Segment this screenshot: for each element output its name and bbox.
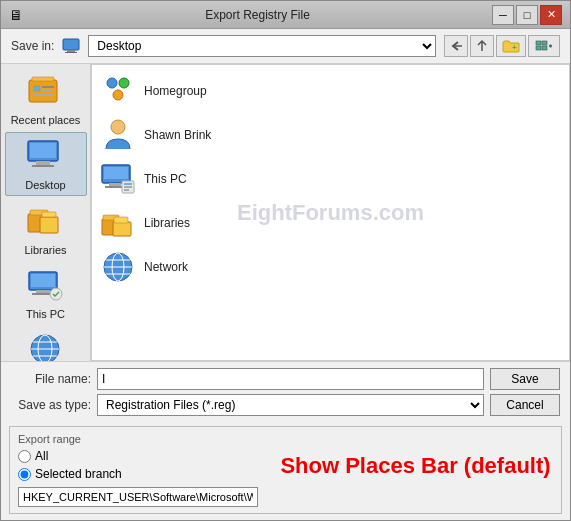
libraries-icon xyxy=(26,202,66,242)
all-radio[interactable] xyxy=(18,450,31,463)
sidebar-item-thispc[interactable]: This PC xyxy=(5,262,87,324)
svg-rect-9 xyxy=(32,77,54,81)
libraries-icon-svg xyxy=(26,202,66,242)
svg-rect-38 xyxy=(109,183,121,186)
show-places-label: Show Places Bar (default) xyxy=(280,449,550,481)
network-file-icon-svg xyxy=(100,249,136,285)
selected-radio-label: Selected branch xyxy=(35,467,122,481)
back-icon xyxy=(449,39,463,53)
desktop-icon xyxy=(26,137,66,177)
thispc-file-icon xyxy=(100,161,136,197)
maximize-button[interactable]: □ xyxy=(516,5,538,25)
network-icon xyxy=(26,330,66,361)
all-radio-row: All xyxy=(18,449,258,463)
sidebar-item-desktop[interactable]: Desktop xyxy=(5,132,87,196)
recent-places-icon xyxy=(26,72,66,112)
svg-point-34 xyxy=(113,90,123,100)
user-icon xyxy=(100,117,136,153)
network-file-icon xyxy=(100,249,136,285)
toolbar: Save in: Desktop xyxy=(1,29,570,63)
minimize-button[interactable]: ─ xyxy=(492,5,514,25)
export-range-box: Export range All Selected branch Show Pl… xyxy=(9,426,562,514)
recent-icon-svg xyxy=(26,72,66,112)
user-icon-svg xyxy=(100,117,136,153)
filetype-dropdown[interactable]: Registration Files (*.reg) xyxy=(97,394,484,416)
svg-rect-17 xyxy=(32,165,54,167)
back-button[interactable] xyxy=(444,35,468,57)
libraries-file-icon xyxy=(100,205,136,241)
sidebar-item-network[interactable]: Network xyxy=(5,326,87,361)
svg-rect-13 xyxy=(34,94,54,96)
list-item[interactable]: Libraries xyxy=(92,201,569,245)
export-registry-window: 🖥 Export Registry File ─ □ ✕ Save in: De… xyxy=(0,0,571,521)
svg-rect-7 xyxy=(542,46,547,50)
window-title: Export Registry File xyxy=(23,8,492,22)
new-folder-icon: + xyxy=(502,39,520,53)
svg-rect-37 xyxy=(104,167,128,179)
list-item[interactable]: Shawn Brink xyxy=(92,113,569,157)
filetype-label: Save as type: xyxy=(11,398,91,412)
file-name: Shawn Brink xyxy=(144,128,211,142)
svg-rect-2 xyxy=(65,52,77,53)
toolbar-icon-buttons: + xyxy=(444,35,560,57)
branch-input[interactable] xyxy=(18,487,258,507)
svg-rect-1 xyxy=(67,50,75,52)
places-bar: Recent places Desktop xyxy=(1,64,91,361)
libraries-file-icon-svg xyxy=(100,205,136,241)
up-icon xyxy=(475,39,489,53)
svg-rect-16 xyxy=(36,161,50,165)
selected-radio[interactable] xyxy=(18,468,31,481)
window-icon: 🖥 xyxy=(9,7,23,23)
cancel-button[interactable]: Cancel xyxy=(490,394,560,416)
svg-rect-5 xyxy=(542,41,547,45)
save-in-dropdown[interactable]: Desktop xyxy=(88,35,436,57)
thispc-icon-svg xyxy=(26,266,66,306)
svg-rect-15 xyxy=(30,143,56,158)
sidebar-item-recent[interactable]: Recent places xyxy=(5,68,87,130)
filetype-row: Save as type: Registration Files (*.reg)… xyxy=(11,394,560,416)
new-folder-button[interactable]: + xyxy=(496,35,526,57)
save-in-label: Save in: xyxy=(11,39,54,53)
thispc-icon xyxy=(26,266,66,306)
svg-point-32 xyxy=(107,78,117,88)
list-item[interactable]: This PC xyxy=(92,157,569,201)
svg-rect-46 xyxy=(113,222,131,236)
file-name: This PC xyxy=(144,172,187,186)
svg-rect-24 xyxy=(36,290,50,293)
svg-rect-47 xyxy=(114,217,128,223)
views-icon xyxy=(535,39,553,53)
filename-label: File name: xyxy=(11,372,91,386)
svg-rect-23 xyxy=(31,274,55,287)
views-button[interactable] xyxy=(528,35,560,57)
svg-rect-6 xyxy=(536,46,541,50)
save-button[interactable]: Save xyxy=(490,368,560,390)
selected-radio-row: Selected branch xyxy=(18,467,258,481)
svg-rect-4 xyxy=(536,41,541,45)
main-area: Recent places Desktop xyxy=(1,63,570,361)
sidebar-item-libraries[interactable]: Libraries xyxy=(5,198,87,260)
desktop-icon-svg xyxy=(26,137,66,177)
svg-rect-10 xyxy=(34,86,40,91)
file-name: Network xyxy=(144,260,188,274)
homegroup-icon xyxy=(100,73,136,109)
svg-point-27 xyxy=(31,335,59,361)
svg-rect-43 xyxy=(124,189,129,191)
svg-rect-42 xyxy=(124,186,132,188)
export-range-title: Export range xyxy=(18,433,553,445)
close-button[interactable]: ✕ xyxy=(540,5,562,25)
file-list-container: EightForums.com Homegroup xyxy=(91,64,570,361)
up-button[interactable] xyxy=(470,35,494,57)
network-icon-svg xyxy=(26,330,66,361)
svg-rect-12 xyxy=(42,89,51,91)
file-name: Homegroup xyxy=(144,84,207,98)
svg-text:+: + xyxy=(512,43,517,52)
svg-rect-11 xyxy=(42,86,54,88)
file-name: Libraries xyxy=(144,216,190,230)
list-item[interactable]: Network xyxy=(92,245,569,289)
export-range-section: Export range All Selected branch Show Pl… xyxy=(1,426,570,520)
list-item[interactable]: Homegroup xyxy=(92,69,569,113)
filename-input[interactable] xyxy=(97,368,484,390)
homegroup-icon-svg xyxy=(100,73,136,109)
svg-point-35 xyxy=(111,120,125,134)
thispc-label: This PC xyxy=(26,308,65,320)
